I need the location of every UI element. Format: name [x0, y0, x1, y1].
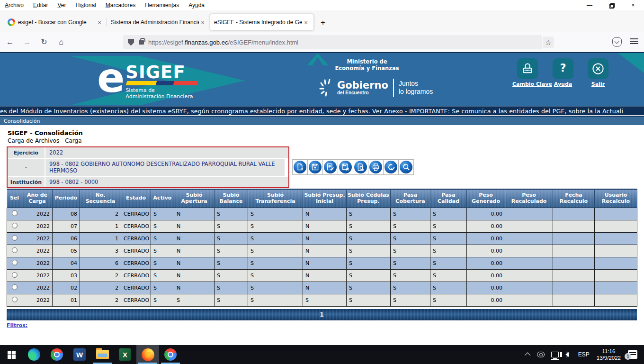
column-header: Subió Apertura: [174, 189, 215, 208]
menu-marcadores[interactable]: Marcadores: [106, 2, 135, 9]
row-radio-button[interactable]: [12, 223, 18, 228]
menu-hamburger-icon[interactable]: [630, 38, 638, 45]
tab-close-icon[interactable]: ×: [199, 18, 206, 26]
table-cell: CERRADO: [121, 220, 151, 232]
column-header: Sel: [7, 189, 22, 208]
minimize-button[interactable]: —: [579, 0, 600, 10]
taskbar-chrome[interactable]: [45, 345, 68, 364]
restore-button[interactable]: [600, 0, 622, 10]
taskbar-explorer[interactable]: [91, 345, 114, 364]
row-radio-button[interactable]: [12, 247, 18, 253]
menu-archivo[interactable]: Archivo: [5, 2, 24, 9]
table-row: 2022053CERRADOSNSSNSSS0.00: [7, 245, 637, 257]
table-cell: S: [151, 232, 174, 245]
password-lock-icon: [517, 58, 538, 79]
print-button[interactable]: [368, 159, 384, 175]
table-cell: [505, 232, 553, 245]
browser-menubar: ArchivoEditarVerHistorialMarcadoresHerra…: [0, 0, 644, 10]
close-window-button[interactable]: ×: [622, 0, 644, 10]
tray-meet-icon[interactable]: [534, 345, 548, 364]
taskbar-excel[interactable]: X: [114, 345, 136, 364]
table-cell: N: [303, 269, 347, 282]
table-cell: N: [303, 257, 347, 269]
taskbar: W X ESP 11:1613/9/2022 1: [0, 345, 644, 364]
save-upload-button[interactable]: [307, 159, 323, 175]
forward-button[interactable]: →: [20, 35, 34, 49]
reload-button[interactable]: ↻: [37, 35, 51, 49]
tray-notifications[interactable]: 1: [625, 345, 644, 364]
google-favicon-icon: [8, 18, 15, 26]
table-cell: S: [391, 232, 430, 245]
delete-button[interactable]: [338, 159, 353, 175]
lock-icon[interactable]: [139, 40, 144, 45]
preview-button[interactable]: [353, 159, 368, 175]
table-cell: 6: [80, 257, 121, 269]
taskbar-edge[interactable]: [23, 345, 45, 364]
menu-historial[interactable]: Historial: [75, 2, 96, 9]
new-tab-button[interactable]: +: [316, 16, 330, 29]
menu-ver[interactable]: Ver: [57, 2, 66, 9]
browser-tab-1[interactable]: esigef - Buscar con Google×: [4, 14, 107, 30]
row-radio-button[interactable]: [12, 297, 18, 302]
logo-brand: SIGEF: [125, 65, 197, 80]
filters-link[interactable]: Filtros:: [7, 322, 27, 328]
table-cell: S: [347, 232, 391, 245]
pagination-bar: 1: [7, 309, 637, 320]
table-cell: [595, 269, 637, 282]
tab-close-icon[interactable]: ×: [96, 18, 103, 26]
browser-tab-2[interactable]: Sistema de Administración Financie×: [107, 14, 210, 30]
home-button[interactable]: ⌂: [54, 35, 68, 49]
menu-editar[interactable]: Editar: [33, 2, 48, 9]
table-cell: S: [391, 208, 430, 220]
table-cell: 2: [80, 269, 121, 282]
approve-check-button[interactable]: [383, 159, 399, 175]
new-record-button[interactable]: [292, 159, 308, 175]
table-cell: S: [430, 257, 467, 269]
row-radio-button[interactable]: [12, 272, 18, 278]
url-bar[interactable]: https://esigef.finanzas.gob.ec/eSIGEF/me…: [123, 35, 542, 49]
browser-tab-3[interactable]: eSIGEF - Sistema Integrado de Gesti×: [210, 14, 313, 30]
tray-clock[interactable]: 11:1613/9/2022: [593, 345, 625, 364]
cambio-clave-button[interactable]: Cambio Clave: [512, 58, 543, 87]
table-cell: [505, 294, 553, 306]
tab-close-icon[interactable]: ×: [302, 18, 310, 26]
question-icon: ?: [553, 58, 573, 79]
row-radio-button[interactable]: [12, 260, 18, 265]
ejercicio-value: 2022: [45, 147, 288, 158]
page-number-link[interactable]: 1: [320, 311, 323, 318]
validate-button[interactable]: [322, 159, 338, 175]
table-cell: S: [430, 220, 467, 232]
table-cell: [505, 208, 553, 220]
table-cell: [505, 220, 553, 232]
tray-volume-icon[interactable]: [562, 345, 575, 364]
menu-ayuda[interactable]: Ayuda: [188, 2, 205, 9]
taskbar-firefox[interactable]: [136, 345, 159, 364]
institucion-value: 998 - 0802 - 0000: [45, 177, 288, 187]
recalculate-button[interactable]: [398, 159, 414, 175]
starburst-icon: [318, 78, 334, 97]
table-cell: [595, 220, 637, 232]
row-radio-button[interactable]: [12, 235, 18, 241]
menu-herramientas[interactable]: Herramientas: [145, 2, 179, 9]
row-radio-button[interactable]: [12, 210, 18, 216]
table-cell: [505, 282, 553, 294]
table-cell: 06: [53, 232, 80, 245]
table-cell: [553, 294, 595, 306]
taskbar-chrome-2[interactable]: [159, 345, 182, 364]
ayuda-button[interactable]: ? Ayuda: [548, 58, 578, 87]
pocket-icon[interactable]: [612, 37, 622, 47]
back-button[interactable]: ←: [3, 35, 17, 49]
start-button[interactable]: [0, 345, 23, 364]
table-cell: S: [215, 282, 248, 294]
salir-button[interactable]: Salir: [583, 58, 613, 87]
bookmark-star-icon[interactable]: ☆: [543, 36, 554, 48]
table-cell: S: [151, 208, 174, 220]
table-cell: 0.00: [467, 232, 505, 245]
tray-chevron-icon[interactable]: [523, 345, 534, 364]
tray-language[interactable]: ESP: [575, 345, 593, 364]
table-cell: CERRADO: [121, 257, 151, 269]
row-radio-button[interactable]: [12, 284, 18, 290]
table-cell: 2022: [22, 294, 53, 306]
taskbar-word[interactable]: W: [68, 345, 91, 364]
shield-icon[interactable]: [128, 39, 134, 46]
